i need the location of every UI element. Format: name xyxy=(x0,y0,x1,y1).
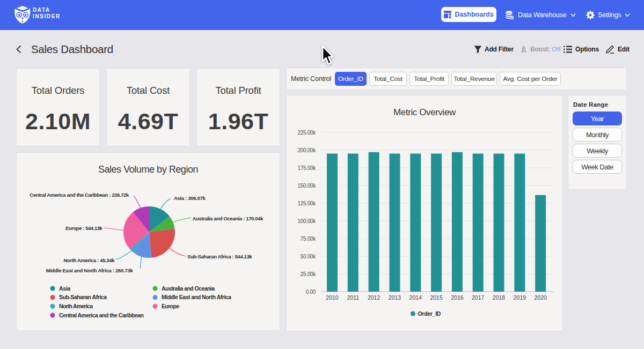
svg-text:Europe: Europe xyxy=(162,303,179,309)
svg-text:100.00k: 100.00k xyxy=(298,218,317,224)
svg-text:75.00k: 75.00k xyxy=(301,236,317,242)
svg-text:2018: 2018 xyxy=(493,294,506,301)
svg-text:50.00k: 50.00k xyxy=(301,254,317,259)
svg-text:Australia and Oceania : 170.04: Australia and Oceania : 170.04k xyxy=(193,216,264,221)
svg-text:Central America and the Caribb: Central America and the Caribbean : 226.… xyxy=(30,192,129,198)
svg-text:200.00k: 200.00k xyxy=(298,147,317,153)
svg-text:Sub-Saharan Africa: Sub-Saharan Africa xyxy=(59,294,107,300)
svg-text:2020: 2020 xyxy=(535,294,547,301)
svg-text:150.00k: 150.00k xyxy=(298,183,317,189)
svg-text:2014: 2014 xyxy=(409,294,422,301)
svg-text:175.00k: 175.00k xyxy=(298,165,317,171)
svg-text:2011: 2011 xyxy=(347,294,360,301)
svg-text:Order_ID: Order_ID xyxy=(418,310,441,317)
svg-text:Middle East and North Africa: Middle East and North Africa xyxy=(162,294,231,300)
svg-text:Central America and the Caribb: Central America and the Caribbean xyxy=(59,312,144,318)
svg-text:2010: 2010 xyxy=(326,294,339,301)
svg-text:2019: 2019 xyxy=(514,294,526,301)
svg-text:Asia: Asia xyxy=(59,285,70,292)
svg-text:225.00k: 225.00k xyxy=(298,130,317,136)
svg-text:2016: 2016 xyxy=(451,294,464,301)
svg-text:2013: 2013 xyxy=(389,294,401,301)
svg-text:0.00: 0.00 xyxy=(306,289,316,295)
svg-text:North America: North America xyxy=(59,303,93,309)
svg-text:Australia and Oceania: Australia and Oceania xyxy=(162,285,215,292)
svg-text:Middle East and North Africa :: Middle East and North Africa : 260.73k xyxy=(46,268,134,273)
svg-text:125.00k: 125.00k xyxy=(298,201,317,206)
svg-text:2017: 2017 xyxy=(472,294,485,301)
svg-text:25.00k: 25.00k xyxy=(301,271,317,277)
svg-text:2015: 2015 xyxy=(430,294,443,301)
svg-text:Asia : 306.07k: Asia : 306.07k xyxy=(174,195,206,201)
svg-text:Sub-Saharan Africa : 544.13k: Sub-Saharan Africa : 544.13k xyxy=(187,254,253,259)
svg-text:Europe : 544.13k: Europe : 544.13k xyxy=(65,225,103,231)
svg-text:North America : 45.34k: North America : 45.34k xyxy=(64,257,115,263)
svg-text:2012: 2012 xyxy=(368,294,380,301)
